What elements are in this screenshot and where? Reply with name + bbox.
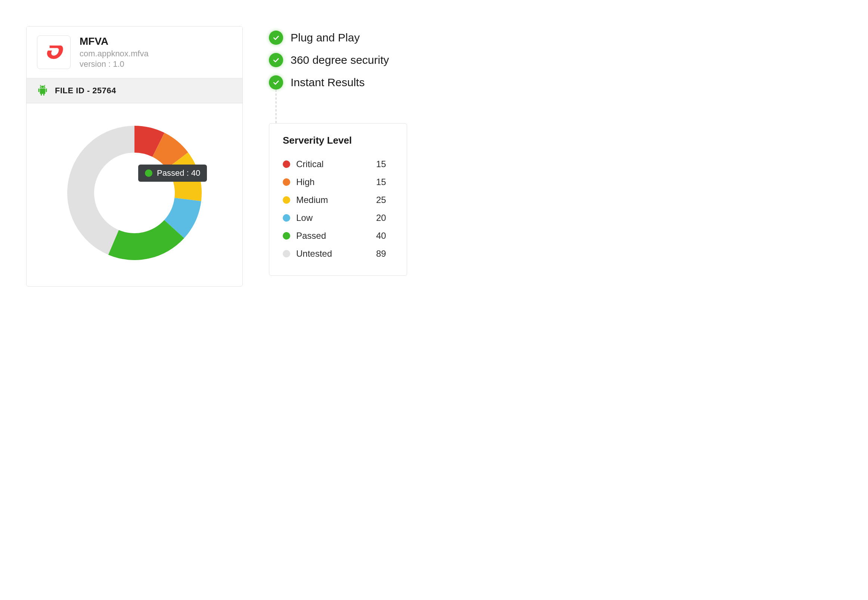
severity-value: 40: [376, 230, 393, 241]
android-icon: [37, 84, 48, 97]
svg-point-1: [44, 86, 44, 87]
tooltip-dot: [145, 170, 152, 177]
app-version: version : 1.0: [79, 59, 149, 69]
severity-label: High: [296, 177, 376, 187]
app-name: MFVA: [79, 35, 149, 47]
feature-item: Plug and Play: [269, 30, 389, 45]
feature-item: 360 degree security: [269, 53, 389, 67]
severity-dot: [283, 250, 290, 258]
app-package: com.appknox.mfva: [79, 49, 149, 59]
check-circle-icon: [269, 75, 283, 89]
severity-row: Critical15: [283, 155, 393, 173]
severity-row: Passed40: [283, 227, 393, 245]
severity-dot: [283, 196, 290, 204]
svg-rect-4: [46, 88, 47, 92]
severity-title: Serverity Level: [283, 135, 393, 146]
svg-rect-6: [43, 93, 44, 95]
severity-row: Medium25: [283, 191, 393, 209]
severity-row: Untested89: [283, 245, 393, 263]
chart-area: Passed : 40: [26, 103, 242, 286]
app-scan-card: MFVA com.appknox.mfva version : 1.0 FILE…: [26, 26, 243, 286]
feature-item: Instant Results: [269, 75, 389, 89]
severity-value: 89: [376, 248, 393, 259]
sigma-logo-icon: [44, 42, 64, 62]
severity-label: Critical: [296, 159, 376, 170]
severity-value: 15: [376, 177, 393, 187]
severity-dot: [283, 232, 290, 239]
svg-rect-2: [40, 88, 46, 94]
severity-value: 25: [376, 195, 393, 205]
check-circle-icon: [269, 30, 283, 45]
tooltip-label: Passed : 40: [157, 168, 200, 178]
severity-card: Serverity Level Critical15High15Medium25…: [269, 123, 407, 276]
severity-dot: [283, 214, 290, 222]
severity-dot: [283, 161, 290, 168]
svg-rect-3: [38, 88, 39, 92]
feature-label: Instant Results: [290, 76, 365, 89]
severity-label: Medium: [296, 195, 376, 205]
severity-value: 20: [376, 213, 393, 223]
severity-label: Low: [296, 213, 376, 223]
app-info: MFVA com.appknox.mfva version : 1.0: [79, 35, 149, 69]
severity-value: 15: [376, 159, 393, 170]
feature-label: Plug and Play: [290, 31, 360, 44]
svg-point-0: [41, 86, 41, 87]
severity-row: Low20: [283, 209, 393, 227]
connector-line: [276, 89, 277, 123]
chart-tooltip: Passed : 40: [138, 165, 207, 182]
feature-label: 360 degree security: [290, 54, 389, 67]
donut-chart: Passed : 40: [60, 118, 209, 268]
severity-label: Passed: [296, 230, 376, 241]
feature-list: Plug and Play360 degree securityInstant …: [269, 30, 389, 89]
app-icon: [37, 35, 71, 69]
severity-label: Untested: [296, 248, 376, 259]
app-header: MFVA com.appknox.mfva version : 1.0: [26, 26, 242, 78]
check-circle-icon: [269, 53, 283, 67]
severity-dot: [283, 178, 290, 186]
right-column: Plug and Play360 degree securityInstant …: [269, 26, 407, 276]
severity-row: High15: [283, 173, 393, 191]
file-id-bar: FILE ID - 25764: [26, 78, 242, 103]
file-id-label: FILE ID - 25764: [55, 86, 116, 95]
svg-rect-5: [41, 93, 42, 95]
